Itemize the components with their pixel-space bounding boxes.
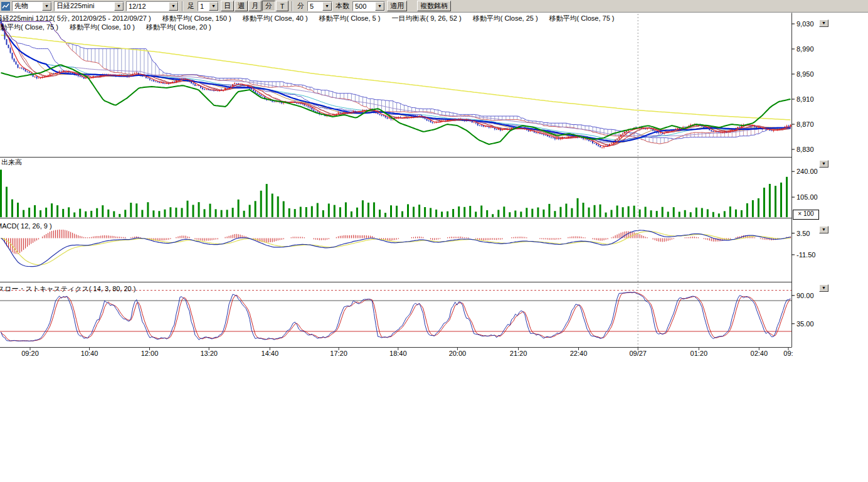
- legend-item: 日経225mini 12/12( 5分, 2012/09/25 - 2012/0…: [0, 14, 151, 23]
- chevron-down-icon[interactable]: ▼: [322, 2, 332, 11]
- volume-panel-collapse-button[interactable]: ▼: [819, 160, 828, 168]
- bar-type-label: 足: [186, 1, 196, 11]
- x-axis-label: 09:20: [21, 350, 39, 357]
- stochastics-panel-collapse-button[interactable]: ▼: [819, 284, 828, 292]
- legend-row-1: 日経225mini 12/12( 5分, 2012/09/25 - 2012/0…: [0, 14, 615, 23]
- y-axis-label: 240.00: [797, 168, 818, 175]
- y-axis-label: 3.50: [797, 230, 810, 237]
- x-axis-label: 18:40: [389, 350, 407, 357]
- market-select-value: 先物: [13, 1, 42, 11]
- chart-canvas: 9,0308,9908,9508,9108,8708,830240.00105.…: [0, 0, 868, 364]
- bar-count-input[interactable]: 1 ▼: [198, 1, 219, 11]
- volume-bars: [0, 169, 788, 217]
- y-axis-label: 35.00: [797, 320, 814, 328]
- apply-button[interactable]: 適用: [387, 1, 407, 11]
- candlesticks: [1, 18, 791, 149]
- y-axis-label: 8,830: [797, 146, 814, 153]
- x-axis-label: 02:40: [751, 350, 768, 357]
- chevron-down-icon[interactable]: ▼: [114, 2, 124, 11]
- chart-app-icon: [1, 2, 10, 11]
- legend-item: 移動平均( Close, 5 ): [319, 14, 381, 23]
- bar-unit-buttons: 日週月分T: [221, 1, 288, 11]
- contract-month-select[interactable]: 12/12 ▼: [126, 1, 179, 11]
- axes: 9,0308,9908,9508,9108,8708,830240.00105.…: [0, 13, 818, 358]
- contract-month-value: 12/12: [127, 3, 169, 10]
- x-axis-label: 20:00: [449, 350, 467, 357]
- bars-count-value: 500: [353, 3, 375, 10]
- legend-item: 移動平均( Close, 20 ): [146, 23, 211, 32]
- bar-count-value: 1: [198, 3, 209, 10]
- minute-unit-label: 分: [296, 1, 305, 11]
- bar-unit-button[interactable]: 日: [221, 1, 234, 11]
- volume-panel-label: 出来高: [1, 158, 22, 167]
- toolbar-separator: [182, 1, 183, 11]
- bars-count-label: 本数: [334, 1, 351, 11]
- y-axis-label: 9,030: [797, 20, 814, 28]
- stochastics-panel-label: スロー・ストキャスティクス( 14, 3, 80, 20 ): [0, 284, 135, 294]
- interval-value: 5: [308, 3, 322, 10]
- interval-input[interactable]: 5 ▼: [307, 1, 332, 11]
- symbol-select[interactable]: 日経225mini ▼: [54, 1, 124, 11]
- y-axis-label: 90.00: [797, 292, 814, 299]
- x-axis-label: 14:40: [262, 350, 279, 357]
- macd-panel-collapse-button[interactable]: ▼: [819, 226, 828, 233]
- chevron-down-icon[interactable]: ▼: [209, 2, 218, 11]
- bar-unit-button[interactable]: 週: [235, 1, 248, 11]
- legend-item: 移動平均( Close, 10 ): [70, 23, 135, 32]
- bar-unit-button[interactable]: T: [276, 1, 288, 11]
- y-axis-label: 8,910: [797, 95, 814, 103]
- bar-unit-button[interactable]: 月: [248, 1, 262, 11]
- volume-unit-label: × 100: [793, 210, 819, 220]
- y-axis-label: -11.50: [797, 251, 815, 259]
- toolbar-separator: [292, 1, 293, 11]
- chevron-down-icon[interactable]: ▼: [375, 2, 384, 11]
- x-axis-label: 10:40: [81, 350, 98, 357]
- legend-item: 移動平均( Close, 75 ): [549, 14, 615, 23]
- x-axis-label: 09:: [783, 350, 793, 357]
- bars-count-input[interactable]: 500 ▼: [352, 1, 385, 11]
- legend-item: 移動平均( Close, 75 ): [0, 23, 58, 32]
- y-axis-label: 8,870: [797, 120, 814, 128]
- y-axis-label: 8,990: [797, 45, 814, 53]
- macd-panel: [1, 230, 791, 267]
- x-axis-label: 12:00: [141, 350, 159, 357]
- price-panel: [1, 18, 791, 149]
- x-axis-label: 09/27: [629, 350, 647, 357]
- x-axis-label: 17:20: [330, 350, 347, 357]
- bar-unit-button[interactable]: 分: [262, 1, 275, 11]
- x-axis-label: 22:40: [570, 350, 588, 357]
- stochastics-panel: [0, 291, 791, 341]
- chevron-down-icon[interactable]: ▼: [169, 2, 178, 11]
- macd-panel-label: MACD( 12, 26, 9 ): [0, 222, 52, 230]
- x-axis-label: 01:20: [691, 350, 708, 357]
- y-axis-label: 105.00: [797, 193, 818, 201]
- y-axis-label: 8,950: [797, 70, 814, 78]
- x-axis-label: 21:20: [510, 350, 527, 357]
- price-panel-collapse-button[interactable]: ▼: [819, 19, 828, 27]
- legend-row-2: 移動平均( Close, 75 )移動平均( Close, 10 )移動平均( …: [0, 23, 211, 32]
- legend-item: 移動平均( Close, 25 ): [473, 14, 538, 23]
- chevron-down-icon[interactable]: ▼: [42, 2, 51, 11]
- x-axis-label: 13:20: [200, 350, 218, 357]
- legend-item: 一目均衡表( 9, 26, 52 ): [391, 14, 461, 23]
- legend-item: 移動平均( Close, 40 ): [243, 14, 308, 23]
- market-select[interactable]: 先物 ▼: [12, 1, 52, 11]
- trading-app-window: { "toolbar": { "market_value": "先物", "sy…: [0, 0, 868, 482]
- legend-item: 移動平均( Close, 150 ): [162, 14, 231, 23]
- toolbar: 先物 ▼ 日経225mini ▼ 12/12 ▼ 足 1 ▼ 日週月分T 分 5…: [0, 0, 868, 13]
- symbol-select-value: 日経225mini: [55, 1, 114, 11]
- multi-symbol-button[interactable]: 複数銘柄: [417, 1, 451, 11]
